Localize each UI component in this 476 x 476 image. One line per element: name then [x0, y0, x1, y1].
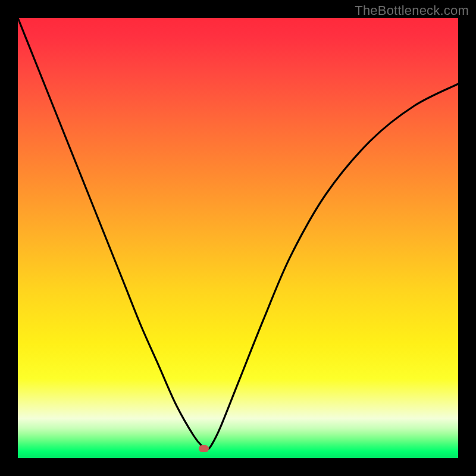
optimum-marker — [199, 445, 209, 452]
bottleneck-curve-path — [18, 18, 458, 449]
chart-plot-area — [18, 18, 458, 458]
watermark-text: TheBottleneck.com — [355, 3, 469, 18]
curve-svg — [18, 18, 458, 458]
